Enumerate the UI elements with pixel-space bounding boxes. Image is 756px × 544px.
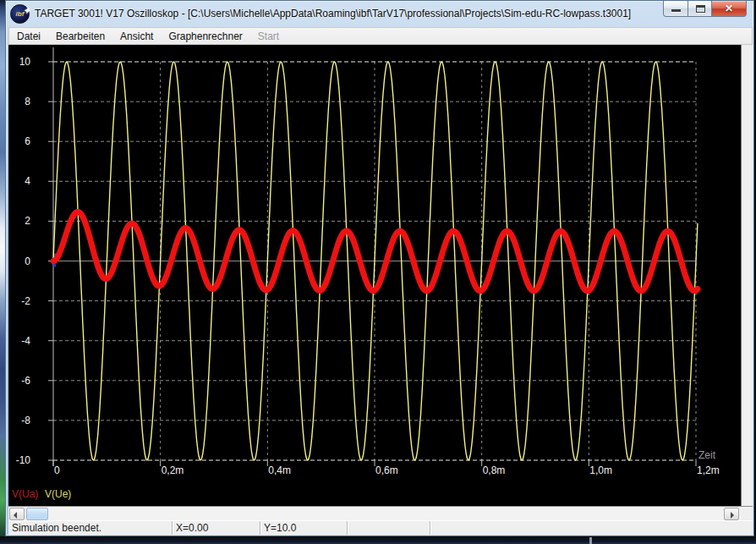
window-title: TARGET 3001! V17 Oszilloskop - [C:\Users… bbox=[35, 8, 631, 19]
close-button[interactable]: ✕ bbox=[712, 1, 747, 17]
y-tick-label: -6 bbox=[21, 375, 30, 387]
menu-item-ansicht[interactable]: Ansicht bbox=[112, 29, 161, 44]
x-tick-label: 0,6m bbox=[375, 464, 398, 476]
y-tick-label: 6 bbox=[25, 135, 30, 147]
legend-vua[interactable]: V(Ua) bbox=[12, 488, 38, 500]
y-tick-label: -10 bbox=[16, 454, 31, 466]
app-window: ibf ✦ TARGET 3001! V17 Oszilloskop - [C:… bbox=[5, 0, 754, 536]
status-y-readout: Y=10.0 bbox=[260, 521, 348, 535]
legend-vue[interactable]: V(Ue) bbox=[45, 488, 71, 500]
x-axis-title: Zeit bbox=[698, 449, 716, 461]
right-gutter bbox=[741, 45, 753, 506]
scroll-left-button[interactable] bbox=[9, 508, 25, 520]
scrollbar-corner bbox=[741, 508, 753, 521]
content: 1086420-2-4-6-8-1000,2m0,4m0,6m0,8m1,0m1… bbox=[8, 45, 753, 535]
background-bottom-strip bbox=[0, 536, 756, 544]
y-tick-label: 8 bbox=[25, 96, 30, 107]
horizontal-scrollbar[interactable] bbox=[8, 506, 753, 520]
spark-icon: ✦ bbox=[24, 2, 30, 20]
statusbar: Simulation beendet. X=0.00 Y=10.0 bbox=[8, 520, 753, 535]
menu-item-graphenrechner[interactable]: Graphenrechner bbox=[161, 29, 249, 44]
y-tick-label: 0 bbox=[25, 256, 30, 267]
y-tick-label: -2 bbox=[21, 295, 30, 307]
close-icon: ✕ bbox=[712, 3, 746, 14]
y-tick-label: 2 bbox=[25, 215, 30, 227]
status-empty-panel bbox=[430, 521, 753, 535]
status-empty-panel bbox=[348, 521, 430, 535]
scroll-thumb[interactable] bbox=[26, 508, 48, 520]
menu-item-bearbeiten[interactable]: Bearbeiten bbox=[48, 29, 112, 44]
status-x-readout: X=0.00 bbox=[173, 521, 260, 535]
y-tick-label: 10 bbox=[19, 56, 31, 68]
background-notch bbox=[589, 537, 592, 544]
minimize-icon bbox=[671, 9, 681, 12]
menu-item-datei[interactable]: Datei bbox=[9, 29, 48, 44]
x-tick-label: 0 bbox=[54, 464, 60, 476]
x-tick-label: 0,2m bbox=[162, 464, 184, 476]
app-icon[interactable]: ibf ✦ bbox=[10, 4, 30, 24]
window-controls: ✕ bbox=[663, 1, 747, 17]
maximize-icon bbox=[696, 5, 705, 13]
y-tick-label: 4 bbox=[25, 175, 30, 187]
x-tick-label: 0,8m bbox=[483, 464, 506, 476]
scroll-right-button[interactable] bbox=[724, 508, 739, 520]
x-tick-label: 1,0m bbox=[589, 464, 612, 476]
titlebar[interactable]: ibf ✦ TARGET 3001! V17 Oszilloskop - [C:… bbox=[6, 1, 753, 27]
x-tick-label: 0,4m bbox=[268, 464, 291, 476]
screen: ibf ✦ TARGET 3001! V17 Oszilloskop - [C:… bbox=[0, 0, 756, 544]
y-tick-label: -4 bbox=[21, 335, 30, 347]
minimize-button[interactable] bbox=[663, 1, 688, 17]
menu-item-start: Start bbox=[250, 29, 287, 44]
menubar: Datei Bearbeiten Ansicht Graphenrechner … bbox=[8, 27, 753, 45]
status-message: Simulation beendet. bbox=[8, 521, 173, 535]
plot-svg: 1086420-2-4-6-8-1000,2m0,4m0,6m0,8m1,0m1… bbox=[8, 45, 741, 506]
x-tick-label: 1,2m bbox=[697, 464, 720, 476]
maximize-button[interactable] bbox=[688, 1, 712, 17]
arrow-right-icon bbox=[731, 512, 734, 519]
oscilloscope-plot[interactable]: 1086420-2-4-6-8-1000,2m0,4m0,6m0,8m1,0m1… bbox=[8, 45, 741, 506]
y-tick-label: -8 bbox=[21, 415, 30, 426]
arrow-left-icon bbox=[14, 512, 17, 519]
